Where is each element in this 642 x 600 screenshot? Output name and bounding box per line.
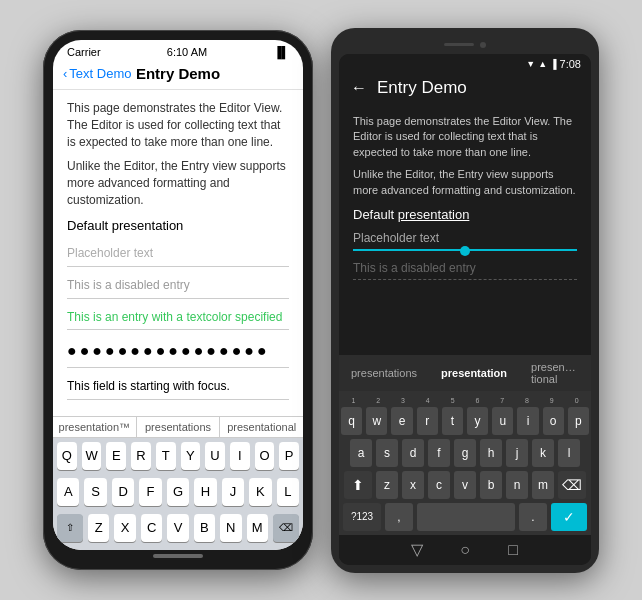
ios-key-row-4: 123 😊 space return bbox=[53, 546, 303, 550]
android-key-y[interactable]: y bbox=[467, 407, 488, 435]
ios-autocomplete-item-1[interactable]: presentations bbox=[137, 417, 221, 437]
ios-placeholder-field[interactable]: Placeholder text bbox=[67, 241, 289, 267]
android-key-v[interactable]: v bbox=[454, 471, 476, 499]
ios-autocomplete-bar: presentation™ presentations presentation… bbox=[53, 416, 303, 438]
android-key-r[interactable]: r bbox=[417, 407, 438, 435]
ios-status-bar: Carrier 6:10 AM ▐▌ bbox=[53, 40, 303, 62]
ios-body: This page demonstrates the Editor View. … bbox=[53, 90, 303, 416]
ios-back-button[interactable]: ‹ Text Demo bbox=[63, 66, 131, 81]
android-key-b[interactable]: b bbox=[480, 471, 502, 499]
android-key-q[interactable]: q bbox=[341, 407, 362, 435]
android-key-shift[interactable]: ⬆ bbox=[344, 471, 372, 499]
android-nav-buttons: ▽ ○ □ bbox=[339, 535, 591, 565]
android-key-z[interactable]: z bbox=[376, 471, 398, 499]
ios-key-n[interactable]: N bbox=[220, 514, 241, 542]
android-key-s[interactable]: s bbox=[376, 439, 398, 467]
android-key-t[interactable]: t bbox=[442, 407, 463, 435]
android-key-n[interactable]: n bbox=[506, 471, 528, 499]
ios-back-chevron: ‹ bbox=[63, 66, 67, 81]
ios-key-j[interactable]: J bbox=[222, 478, 244, 506]
ios-key-g[interactable]: G bbox=[167, 478, 189, 506]
ios-key-f[interactable]: F bbox=[139, 478, 161, 506]
ios-carrier: Carrier bbox=[67, 46, 101, 58]
ios-back-label: Text Demo bbox=[69, 66, 131, 81]
ios-key-i[interactable]: I bbox=[230, 442, 250, 470]
android-nav-bar: ← Entry Demo bbox=[339, 72, 591, 106]
android-key-m[interactable]: m bbox=[532, 471, 554, 499]
android-key-sym[interactable]: ?123 bbox=[343, 503, 381, 531]
android-key-e[interactable]: e bbox=[391, 407, 412, 435]
android-key-l[interactable]: l bbox=[558, 439, 580, 467]
android-camera-area bbox=[339, 36, 591, 54]
android-phone: ▼ ▲ ▐ 7:08 ← Entry Demo This page demons… bbox=[331, 28, 599, 573]
android-key-period[interactable]: . bbox=[519, 503, 547, 531]
ios-key-x[interactable]: X bbox=[114, 514, 135, 542]
android-para2: Unlike the Editor, the Entry view suppor… bbox=[353, 167, 577, 199]
android-recents-button[interactable]: □ bbox=[504, 541, 522, 559]
ios-screen: Carrier 6:10 AM ▐▌ ‹ Text Demo Entry Dem… bbox=[53, 40, 303, 550]
ios-content: This page demonstrates the Editor View. … bbox=[53, 90, 303, 550]
ios-key-w[interactable]: W bbox=[82, 442, 102, 470]
ios-focus-field[interactable]: This field is starting with focus. bbox=[67, 374, 289, 400]
ios-para2: Unlike the Editor, the Entry view suppor… bbox=[67, 158, 289, 208]
android-key-a[interactable]: a bbox=[350, 439, 372, 467]
android-key-h[interactable]: h bbox=[480, 439, 502, 467]
android-speaker bbox=[444, 43, 474, 46]
ios-key-m[interactable]: M bbox=[247, 514, 268, 542]
ios-key-p[interactable]: P bbox=[279, 442, 299, 470]
android-home-button[interactable]: ○ bbox=[456, 541, 474, 559]
ios-key-h[interactable]: H bbox=[194, 478, 216, 506]
ios-key-c[interactable]: C bbox=[141, 514, 162, 542]
ios-key-r[interactable]: R bbox=[131, 442, 151, 470]
android-back-button[interactable]: ← bbox=[351, 79, 367, 97]
ios-phone: Carrier 6:10 AM ▐▌ ‹ Text Demo Entry Dem… bbox=[43, 30, 313, 570]
ios-key-k[interactable]: K bbox=[249, 478, 271, 506]
android-number-hint-row: 1 2 3 4 5 6 7 8 9 0 bbox=[341, 395, 589, 405]
android-key-comma[interactable]: , bbox=[385, 503, 413, 531]
android-key-f[interactable]: f bbox=[428, 439, 450, 467]
ios-autocomplete-item-2[interactable]: presentational bbox=[220, 417, 303, 437]
android-back-nav-button[interactable]: ▽ bbox=[408, 541, 426, 559]
android-key-o[interactable]: o bbox=[543, 407, 564, 435]
ios-time: 6:10 AM bbox=[167, 46, 207, 58]
ios-key-d[interactable]: D bbox=[112, 478, 134, 506]
android-key-enter[interactable]: ✓ bbox=[551, 503, 587, 531]
ios-key-v[interactable]: V bbox=[167, 514, 188, 542]
android-key-u[interactable]: u bbox=[492, 407, 513, 435]
ios-key-q[interactable]: Q bbox=[57, 442, 77, 470]
android-key-d[interactable]: d bbox=[402, 439, 424, 467]
ios-key-e[interactable]: E bbox=[106, 442, 126, 470]
ios-key-o[interactable]: O bbox=[255, 442, 275, 470]
android-key-w[interactable]: w bbox=[366, 407, 387, 435]
ios-key-y[interactable]: Y bbox=[181, 442, 201, 470]
android-autocomplete-item-2[interactable]: presen…tional bbox=[527, 359, 583, 387]
ios-green-text-field[interactable]: This is an entry with a textcolor specif… bbox=[67, 305, 289, 331]
ios-key-a[interactable]: A bbox=[57, 478, 79, 506]
android-key-k[interactable]: k bbox=[532, 439, 554, 467]
android-key-delete[interactable]: ⌫ bbox=[558, 471, 586, 499]
android-active-input-container[interactable]: Placeholder text bbox=[353, 227, 577, 251]
ios-key-delete[interactable]: ⌫ bbox=[273, 514, 299, 542]
android-key-x[interactable]: x bbox=[402, 471, 424, 499]
ios-key-b[interactable]: B bbox=[194, 514, 215, 542]
ios-key-l[interactable]: L bbox=[277, 478, 299, 506]
ios-key-t[interactable]: T bbox=[156, 442, 176, 470]
android-autocomplete-item-1[interactable]: presentation bbox=[437, 365, 511, 381]
ios-key-shift[interactable]: ⇧ bbox=[57, 514, 83, 542]
android-key-row-4: ?123 , . ✓ bbox=[341, 503, 589, 531]
android-key-j[interactable]: j bbox=[506, 439, 528, 467]
android-key-g[interactable]: g bbox=[454, 439, 476, 467]
android-time: 7:08 bbox=[560, 58, 581, 70]
ios-password-field[interactable]: ●●●●●●●●●●●●●●●● bbox=[67, 336, 289, 367]
android-key-p[interactable]: p bbox=[568, 407, 589, 435]
ios-key-s[interactable]: S bbox=[84, 478, 106, 506]
android-autocomplete-item-0[interactable]: presentations bbox=[347, 365, 421, 381]
ios-key-z[interactable]: Z bbox=[88, 514, 109, 542]
ios-key-row-3: ⇧ Z X C V B N M ⌫ bbox=[53, 510, 303, 546]
android-key-space[interactable] bbox=[417, 503, 515, 531]
android-key-i[interactable]: i bbox=[517, 407, 538, 435]
ios-autocomplete-item-0[interactable]: presentation™ bbox=[53, 417, 137, 437]
ios-key-u[interactable]: U bbox=[205, 442, 225, 470]
ios-key-row-2: A S D F G H J K L bbox=[53, 474, 303, 510]
android-key-c[interactable]: c bbox=[428, 471, 450, 499]
